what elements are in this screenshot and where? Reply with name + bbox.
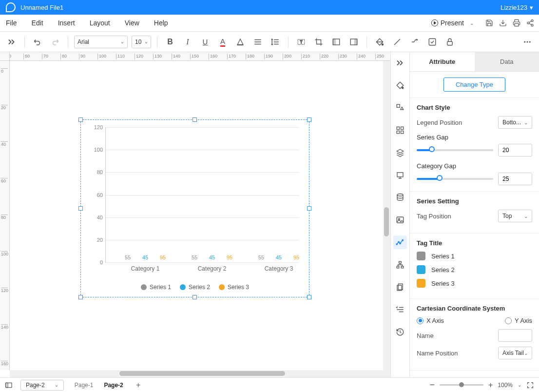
present-dropdown[interactable]: ⌄ bbox=[470, 20, 474, 26]
chart: 020406080100120554595Category 1554595Cat… bbox=[86, 122, 304, 294]
position-left-button[interactable] bbox=[329, 35, 343, 49]
zoom-out-button[interactable]: − bbox=[429, 380, 435, 390]
scrollbar-vertical[interactable] bbox=[383, 61, 390, 370]
zoom-slider[interactable] bbox=[440, 384, 483, 386]
position-right-button[interactable] bbox=[347, 35, 361, 49]
svg-point-24 bbox=[397, 194, 403, 196]
svg-rect-18 bbox=[397, 104, 400, 107]
line-button[interactable] bbox=[390, 35, 404, 49]
italic-button[interactable]: I bbox=[181, 35, 194, 49]
history-icon[interactable] bbox=[393, 325, 407, 339]
expand-panel-icon[interactable] bbox=[393, 56, 407, 70]
zoom-in-button[interactable]: + bbox=[488, 381, 493, 390]
fullscreen-icon[interactable] bbox=[526, 381, 534, 389]
highlight-button[interactable] bbox=[233, 35, 247, 49]
font-size-select[interactable]: 10⌄ bbox=[132, 36, 151, 48]
user-name: Lizzie123 bbox=[500, 4, 527, 11]
resize-handle-tr[interactable] bbox=[307, 118, 311, 122]
print-icon[interactable] bbox=[513, 19, 520, 27]
tab-attribute[interactable]: Attribute bbox=[410, 52, 475, 71]
resize-handle-mr[interactable] bbox=[307, 206, 311, 211]
bold-button[interactable]: B bbox=[163, 35, 177, 49]
add-page-button[interactable]: + bbox=[134, 381, 143, 390]
tab-data[interactable]: Data bbox=[475, 52, 539, 71]
tag-position-select[interactable]: Top⌄ bbox=[498, 210, 532, 222]
page-select[interactable]: Page-2⌄ bbox=[20, 380, 64, 391]
chart-selection[interactable]: 020406080100120554595Category 1554595Cat… bbox=[80, 119, 309, 297]
database-icon[interactable] bbox=[393, 191, 407, 204]
chart-icon[interactable] bbox=[393, 235, 407, 249]
chevron-down-icon: ▾ bbox=[530, 4, 533, 11]
outline-view-icon[interactable] bbox=[5, 381, 13, 389]
axis-name-input[interactable] bbox=[498, 329, 532, 342]
crop-button[interactable] bbox=[312, 35, 326, 49]
scrollbar-horizontal[interactable] bbox=[10, 370, 390, 377]
grid-icon[interactable] bbox=[393, 123, 407, 137]
svg-rect-34 bbox=[398, 284, 403, 290]
align-button[interactable] bbox=[251, 35, 265, 49]
category-gap-slider[interactable] bbox=[417, 178, 493, 180]
zoom-level[interactable]: 100% bbox=[498, 382, 513, 389]
resize-handle-tm[interactable] bbox=[192, 118, 197, 122]
collapse-sidebar-icon[interactable] bbox=[5, 35, 19, 49]
lock-button[interactable] bbox=[443, 35, 457, 49]
y-axis-radio[interactable]: Y Axis bbox=[505, 317, 532, 324]
redo-button[interactable] bbox=[48, 35, 62, 49]
series-item[interactable]: Series 3 bbox=[417, 279, 532, 288]
layers-icon[interactable] bbox=[393, 146, 407, 159]
shape-icon[interactable] bbox=[393, 101, 407, 115]
svg-rect-33 bbox=[401, 266, 404, 268]
clipboard-icon[interactable] bbox=[393, 280, 407, 294]
menu-view[interactable]: View bbox=[125, 19, 139, 27]
canvas[interactable]: 020406080100120554595Category 1554595Cat… bbox=[10, 61, 390, 370]
resize-handle-bl[interactable] bbox=[78, 295, 83, 299]
more-button[interactable] bbox=[520, 35, 534, 49]
connector-button[interactable] bbox=[408, 35, 422, 49]
series-gap-slider[interactable] bbox=[417, 149, 493, 151]
share-icon[interactable] bbox=[526, 19, 534, 27]
menu-layout[interactable]: Layout bbox=[90, 19, 110, 27]
font-select[interactable]: Arial⌄ bbox=[74, 36, 128, 48]
slides-icon[interactable] bbox=[393, 168, 407, 182]
export-icon[interactable] bbox=[499, 19, 507, 27]
checkbox-button[interactable] bbox=[425, 35, 439, 49]
resize-handle-ml[interactable] bbox=[78, 206, 83, 211]
app-logo-icon bbox=[6, 2, 16, 12]
series-item[interactable]: Series 1 bbox=[417, 252, 532, 260]
text-box-button[interactable]: T bbox=[294, 35, 308, 49]
present-button[interactable]: Present bbox=[431, 19, 464, 27]
scrollbar-thumb[interactable] bbox=[119, 371, 285, 376]
scrollbar-thumb[interactable] bbox=[384, 207, 389, 236]
name-position-select[interactable]: Axis Tail⌄ bbox=[498, 347, 532, 359]
x-axis-radio[interactable]: X Axis bbox=[417, 317, 444, 324]
page-tab[interactable]: Page-2 bbox=[101, 382, 126, 389]
page-tab[interactable]: Page-1 bbox=[72, 382, 96, 389]
change-type-button[interactable]: Change Type bbox=[443, 78, 505, 92]
menu-edit[interactable]: Edit bbox=[32, 19, 43, 27]
menu-insert[interactable]: Insert bbox=[58, 19, 75, 27]
user-menu[interactable]: Lizzie123 ▾ bbox=[500, 4, 533, 11]
align-icon[interactable] bbox=[393, 303, 407, 316]
save-icon[interactable] bbox=[485, 19, 493, 27]
legend-position-select[interactable]: Botto...⌄ bbox=[498, 116, 532, 129]
resize-handle-bm[interactable] bbox=[192, 295, 197, 299]
image-icon[interactable] bbox=[393, 213, 407, 227]
menu-help[interactable]: Help bbox=[154, 19, 168, 27]
resize-handle-br[interactable] bbox=[307, 295, 311, 299]
menu-file[interactable]: File bbox=[6, 19, 17, 27]
orgchart-icon[interactable] bbox=[393, 258, 407, 272]
svg-text:T: T bbox=[300, 40, 302, 44]
style-icon[interactable] bbox=[393, 78, 407, 92]
line-spacing-button[interactable] bbox=[269, 35, 282, 49]
fill-button[interactable] bbox=[373, 35, 386, 49]
series-item[interactable]: Series 2 bbox=[417, 265, 532, 274]
underline-button[interactable]: U bbox=[198, 35, 212, 49]
series-gap-input[interactable] bbox=[498, 144, 532, 157]
font-color-button[interactable]: A bbox=[216, 35, 230, 49]
tag-title-heading: Tag Title bbox=[417, 239, 532, 247]
right-vertical-toolbar bbox=[390, 52, 410, 377]
category-gap-input[interactable] bbox=[498, 173, 532, 185]
undo-button[interactable] bbox=[31, 35, 44, 49]
canvas-area[interactable]: 5060708090100110120130140150160170180190… bbox=[0, 52, 390, 377]
resize-handle-tl[interactable] bbox=[78, 118, 83, 122]
